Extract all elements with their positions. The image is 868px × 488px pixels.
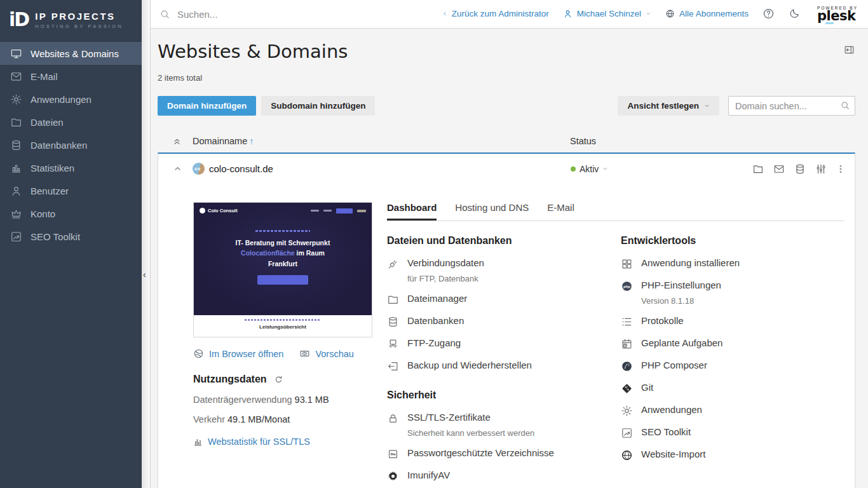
git-icon bbox=[621, 383, 633, 395]
sidebar-item[interactable]: Websites & Domains bbox=[0, 42, 142, 65]
tool-item[interactable]: SSL/TLS-Zertifikate bbox=[387, 412, 611, 424]
tab-email[interactable]: E-Mail bbox=[547, 202, 574, 220]
user-menu[interactable]: Michael Schinzel bbox=[563, 9, 651, 18]
refresh-icon[interactable] bbox=[274, 375, 283, 384]
brand-name: IP PROJECTS bbox=[35, 11, 123, 22]
tool-item[interactable]: FTP-Zugang bbox=[387, 337, 611, 350]
sidebar-item[interactable]: Anwendungen bbox=[0, 88, 142, 111]
tools-column-left: Dateien und Datenbanken Verbindungsdaten… bbox=[387, 235, 611, 488]
eye-preview-icon bbox=[299, 348, 310, 359]
site-logo bbox=[200, 208, 205, 214]
tool-item[interactable]: SEO Toolkit bbox=[621, 426, 844, 439]
backup-icon bbox=[387, 360, 399, 372]
tool-item[interactable]: PHP Composer bbox=[621, 360, 844, 372]
tool-item[interactable]: Dateimanager bbox=[387, 293, 611, 306]
collapse-all-icon[interactable] bbox=[172, 137, 182, 146]
crown-icon bbox=[10, 208, 22, 220]
tool-item-label: Anwendung installieren bbox=[641, 257, 740, 268]
tool-item-label: Website-Import bbox=[641, 449, 705, 459]
section-title: Dateien und Datenbanken bbox=[387, 235, 611, 247]
website-preview-thumbnail[interactable]: Colo Consult bbox=[193, 202, 372, 337]
sidebar-item-label: Websites & Domains bbox=[31, 48, 119, 59]
domain-name[interactable]: colo-consult.de bbox=[209, 163, 273, 174]
sidebar-item-label: Statistiken bbox=[31, 163, 74, 173]
tool-item[interactable]: Geplante Aufgaben bbox=[621, 337, 844, 350]
database-icon[interactable] bbox=[794, 163, 806, 175]
files-icon[interactable] bbox=[752, 163, 764, 175]
tab-dashboard[interactable]: Dashboard bbox=[387, 202, 437, 220]
sidebar-item[interactable]: Konto bbox=[0, 202, 142, 225]
tool-item-label: SSL/TLS-Zertifikate bbox=[407, 412, 491, 423]
tool-item[interactable]: Verbindungsdaten bbox=[387, 257, 611, 270]
disk-usage: Datenträgerverwendung 93.1 MB bbox=[193, 395, 372, 405]
search-icon bbox=[159, 9, 170, 20]
global-search-input[interactable] bbox=[177, 9, 368, 20]
chevron-down-icon bbox=[646, 11, 651, 17]
mail-icon bbox=[10, 71, 22, 83]
php-icon: php bbox=[621, 280, 633, 292]
tool-item-label: PHP Composer bbox=[641, 360, 707, 370]
tool-item-label: PHP-Einstellungen bbox=[641, 280, 721, 290]
tool-item-label: Anwendungen bbox=[641, 404, 702, 415]
brand-logo[interactable]: iD IP PROJECTS HOSTING BY PASSION bbox=[0, 0, 142, 39]
more-actions-kebab-icon[interactable] bbox=[836, 164, 846, 174]
page-title: Websites & Domains bbox=[158, 41, 348, 62]
collapse-panel-icon[interactable] bbox=[843, 44, 855, 56]
sidebar-item[interactable]: Statistiken bbox=[0, 156, 142, 179]
tool-item-label: Dateimanager bbox=[407, 293, 467, 304]
tool-item-label: Passwortgeschützte Verzeichnisse bbox=[407, 447, 554, 458]
sidebar-collapse-handle[interactable]: ‹ bbox=[142, 0, 151, 488]
add-domain-button[interactable]: Domain hinzufügen bbox=[158, 96, 256, 116]
sidebar-nav: Websites & Domains E-Mail Anwendungen Da… bbox=[0, 42, 142, 248]
open-in-browser-link[interactable]: Im Browser öffnen bbox=[193, 348, 283, 359]
database-icon bbox=[387, 316, 399, 328]
sidebar-item[interactable]: Datenbanken bbox=[0, 133, 142, 156]
webstats-link[interactable]: Webstatistik für SSL/TLS bbox=[193, 437, 372, 447]
back-to-admin-link[interactable]: Zurück zum Administrator bbox=[442, 9, 549, 18]
tool-item[interactable]: Datenbanken bbox=[387, 315, 611, 328]
settings-sliders-icon[interactable] bbox=[815, 163, 827, 175]
tool-item[interactable]: Passwortgeschützte Verzeichnisse bbox=[387, 447, 611, 460]
gear-icon bbox=[621, 405, 633, 417]
sidebar-item-label: Konto bbox=[31, 208, 55, 219]
chevron-down-icon bbox=[602, 166, 608, 172]
tool-item[interactable]: Anwendungen bbox=[621, 404, 844, 417]
tool-item[interactable]: Protokolle bbox=[621, 315, 844, 328]
sidebar-item[interactable]: Benutzer bbox=[0, 179, 142, 202]
tool-item[interactable]: Backup und Wiederherstellen bbox=[387, 360, 611, 372]
status-badge[interactable]: Aktiv bbox=[571, 164, 608, 174]
all-subscriptions-link[interactable]: Alle Abonnements bbox=[665, 9, 749, 18]
mail-icon[interactable] bbox=[773, 163, 785, 175]
set-view-button[interactable]: Ansicht festlegen bbox=[618, 96, 719, 116]
dark-mode-moon-icon[interactable] bbox=[789, 8, 801, 20]
sidebar-item[interactable]: Dateien bbox=[0, 111, 142, 133]
tool-item-label: Backup und Wiederherstellen bbox=[407, 360, 532, 370]
column-domainname[interactable]: Domainname↑ bbox=[193, 136, 254, 146]
usage-title: Nutzungsdaten bbox=[193, 374, 267, 385]
add-subdomain-button[interactable]: Subdomain hinzufügen bbox=[261, 96, 375, 116]
tool-item[interactable]: Git bbox=[621, 382, 844, 395]
sidebar: iD IP PROJECTS HOSTING BY PASSION Websit… bbox=[0, 0, 142, 488]
search-icon[interactable] bbox=[840, 100, 850, 111]
sidebar-item-label: Anwendungen bbox=[31, 94, 92, 105]
tool-item[interactable]: Anwendung installieren bbox=[621, 257, 844, 270]
collapse-row-icon[interactable] bbox=[173, 164, 182, 173]
tools-column-right: Entwicklertools Anwendung installieren p… bbox=[621, 235, 844, 488]
sidebar-item-label: E-Mail bbox=[31, 71, 58, 82]
sidebar-item-label: Datenbanken bbox=[31, 140, 87, 151]
folder-icon bbox=[10, 116, 22, 128]
plesk-logo: POWERED BY plesk bbox=[817, 6, 858, 22]
sidebar-item[interactable]: E-Mail bbox=[0, 65, 142, 88]
tool-item[interactable]: ImunifyAV bbox=[387, 470, 611, 482]
preview-link[interactable]: Vorschau bbox=[299, 348, 353, 359]
tab-hosting-dns[interactable]: Hosting und DNS bbox=[455, 202, 529, 220]
tool-item[interactable]: Website-Import bbox=[621, 449, 844, 461]
help-icon[interactable] bbox=[763, 8, 775, 20]
domain-search-input[interactable] bbox=[728, 96, 855, 116]
tool-item[interactable]: php PHP-Einstellungen bbox=[621, 280, 844, 292]
topbar: Zurück zum Administrator Michael Schinze… bbox=[151, 0, 868, 29]
brand-tagline: HOSTING BY PASSION bbox=[35, 24, 123, 29]
sidebar-item[interactable]: SEO Toolkit bbox=[0, 225, 142, 248]
tool-item-label: SEO Toolkit bbox=[641, 426, 691, 437]
stats-icon bbox=[10, 162, 22, 174]
